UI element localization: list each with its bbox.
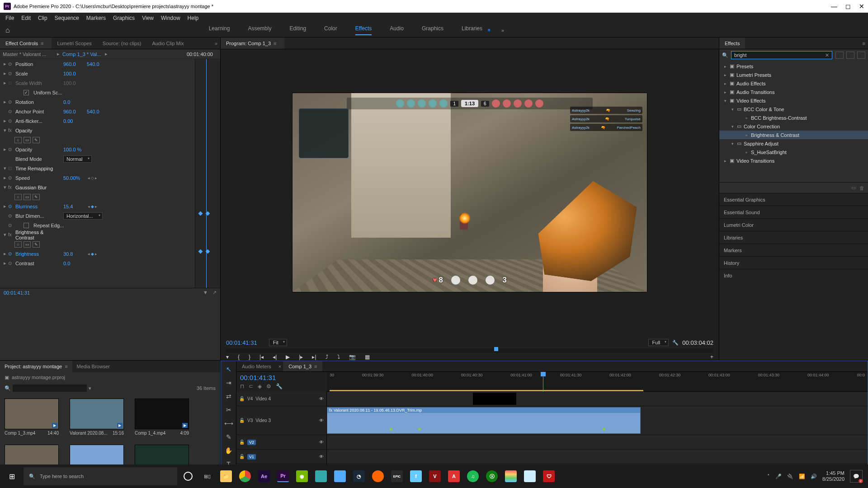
mask-rect-icon[interactable]: ▭ xyxy=(24,241,31,248)
app-icon[interactable]: A xyxy=(446,467,462,485)
kf-prev-icon[interactable]: ◂ xyxy=(88,204,90,209)
kf-add-icon[interactable]: ◇ xyxy=(91,176,94,180)
ec-master-clip[interactable]: Master * Valorant ... xyxy=(3,52,57,57)
track-target-v1[interactable]: V1 xyxy=(247,454,256,460)
timeline-clip[interactable] xyxy=(473,393,516,405)
track-lane-v1[interactable] xyxy=(327,450,868,464)
kf-next-icon[interactable]: ▸ xyxy=(95,204,97,209)
kf-next-icon[interactable]: ▸ xyxy=(95,252,97,256)
ec-playhead-timecode[interactable]: 00:01:41:31 xyxy=(4,290,30,296)
panel-history[interactable]: History xyxy=(719,256,868,269)
app-icon[interactable] xyxy=(503,467,519,485)
wrench-icon[interactable]: 🔧 xyxy=(276,383,283,389)
tab-source[interactable]: Source: (no clips) xyxy=(97,38,147,49)
track-header-v2[interactable]: 🔓V2👁 xyxy=(236,435,326,450)
clip-thumbnail[interactable]: ▶ xyxy=(135,399,189,429)
mark-in-icon[interactable]: { xyxy=(238,354,240,360)
program-scrubber[interactable] xyxy=(226,348,713,353)
clear-search-icon[interactable]: ✕ xyxy=(825,52,829,58)
panel-libraries[interactable]: Libraries xyxy=(719,231,868,244)
app-icon[interactable] xyxy=(313,467,329,485)
resolution-dropdown[interactable]: Full xyxy=(648,339,669,346)
prop-brightness[interactable]: 30.8 xyxy=(63,251,87,257)
eye-icon[interactable]: 👁 xyxy=(319,418,324,423)
prop-position-x[interactable]: 960.0 xyxy=(63,61,87,67)
play-icon[interactable]: ▶ xyxy=(286,354,290,360)
tab-audio-meters[interactable]: Audio Meters xyxy=(236,361,277,371)
menu-clip[interactable]: Clip xyxy=(34,15,51,21)
workspace-overflow-icon[interactable]: » xyxy=(501,28,504,33)
tab-effect-controls[interactable]: Effect Controls≡ xyxy=(0,38,52,49)
linked-selection-icon[interactable]: ⊂ xyxy=(249,383,253,389)
ec-settings-icon[interactable]: ↗ xyxy=(212,290,217,296)
lift-icon[interactable]: ⤴ xyxy=(326,354,328,360)
selection-tool-icon[interactable]: ↖ xyxy=(224,365,233,374)
timeline-ruler[interactable]: 3000:01:39:3000:01:40:0000:01:40:3000:01… xyxy=(327,372,868,392)
ec-playhead[interactable] xyxy=(206,59,207,288)
menu-sequence[interactable]: Sequence xyxy=(51,15,83,21)
program-playhead[interactable] xyxy=(494,347,498,351)
blur-dim-dropdown[interactable]: Horizontal... xyxy=(63,212,103,220)
workspace-editing[interactable]: Editing xyxy=(289,25,306,35)
fx-gblur-header[interactable]: Gaussian Blur xyxy=(14,185,63,190)
prop-rotation[interactable]: 0.0 xyxy=(63,99,87,105)
panel-markers[interactable]: Markers xyxy=(719,244,868,256)
minimize-button[interactable]: — xyxy=(831,3,837,10)
goto-in-icon[interactable]: |◂ xyxy=(259,354,264,360)
effects-tree-item[interactable]: ▾▭Sapphire Adjust xyxy=(719,139,868,148)
tree-twisty-icon[interactable]: ▾ xyxy=(729,124,736,129)
settings-icon[interactable]: 🔧 xyxy=(672,340,679,346)
slip-tool-icon[interactable]: ⟷ xyxy=(224,419,233,428)
ec-filter-icon[interactable]: ▼ xyxy=(203,290,208,296)
goto-out-icon[interactable]: ▸| xyxy=(312,354,316,360)
mask-pen-icon[interactable]: ✎ xyxy=(33,194,40,200)
app-icon[interactable]: f xyxy=(408,467,424,485)
mark-out-icon[interactable]: } xyxy=(249,354,250,360)
zoom-dropdown[interactable]: Fit xyxy=(269,339,287,346)
clip-thumbnail[interactable]: ▶ xyxy=(5,399,59,429)
mcafee-icon[interactable]: 🛡 xyxy=(541,467,557,485)
eye-icon[interactable]: 👁 xyxy=(319,440,324,445)
effects-tree-item[interactable]: ▫S_HueSatBright xyxy=(719,148,868,156)
start-button[interactable]: ⊞ xyxy=(3,467,21,485)
tree-twisty-icon[interactable]: ▾ xyxy=(722,99,728,103)
track-lane-v3[interactable]: fxValorant 2020.08.11 - 19.05.46.13.DVR_… xyxy=(327,406,868,435)
keyframe-marker[interactable] xyxy=(198,211,203,216)
effects-tree[interactable]: ▸▣Presets▸▣Lumetri Presets▸▣Audio Effect… xyxy=(719,61,868,182)
track-select-tool-icon[interactable]: ⇥ xyxy=(224,378,233,387)
workspace-color[interactable]: Color xyxy=(324,25,337,35)
workspace-audio[interactable]: Audio xyxy=(390,25,404,35)
close-button[interactable]: ✕ xyxy=(859,3,864,10)
track-header-v3[interactable]: 🔓V3Video 3👁 xyxy=(236,406,326,435)
snap-icon[interactable]: ⊓ xyxy=(240,383,244,389)
tab-sequence[interactable]: Comp 1_3≡ xyxy=(283,361,322,371)
tab-media-browser[interactable]: Media Browser xyxy=(72,361,114,372)
effects-tree-item[interactable]: ▾▭BCC Color & Tone xyxy=(719,105,868,113)
project-clip[interactable]: ▶Valorant 2020.08...15:16 xyxy=(70,399,124,436)
menu-edit[interactable]: Edit xyxy=(18,15,34,21)
fx-toggle-icon[interactable]: fx xyxy=(8,128,14,133)
lock-icon[interactable]: 🔓 xyxy=(239,454,245,459)
tray-expand-icon[interactable]: ˄ xyxy=(767,474,770,479)
delete-icon[interactable]: 🗑 xyxy=(859,185,864,191)
cortana-icon[interactable] xyxy=(180,467,196,485)
after-effects-icon[interactable]: Ae xyxy=(256,467,272,485)
program-timecode[interactable]: 00:01:41:31 xyxy=(226,339,257,346)
mask-rect-icon[interactable]: ▭ xyxy=(24,137,31,143)
button-editor-icon[interactable]: + xyxy=(710,354,713,360)
mask-rect-icon[interactable]: ▭ xyxy=(24,194,31,200)
fx-toggle-icon[interactable]: fx xyxy=(8,232,14,237)
blend-mode-dropdown[interactable]: Normal xyxy=(63,155,92,163)
project-clip[interactable]: ▶Comp 1_4.mp44:09 xyxy=(135,399,189,436)
preset-type-icon[interactable] xyxy=(846,52,854,59)
workspace-assembly[interactable]: Assembly xyxy=(248,25,271,35)
panel-menu-icon[interactable]: ≡ xyxy=(860,41,868,46)
kf-prev-icon[interactable]: ◂ xyxy=(88,176,90,180)
maximize-button[interactable]: ◻ xyxy=(845,3,851,10)
tree-twisty-icon[interactable]: ▸ xyxy=(722,64,728,69)
tab-project[interactable]: Project: astrayyy montage≡ xyxy=(0,361,72,372)
effects-tree-item[interactable]: ▸▣Video Transitions xyxy=(719,156,868,165)
menu-graphics[interactable]: Graphics xyxy=(109,15,138,21)
work-area-bar[interactable] xyxy=(330,390,643,391)
effects-tree-item[interactable]: ▫BCC Brightness-Contrast xyxy=(719,113,868,122)
